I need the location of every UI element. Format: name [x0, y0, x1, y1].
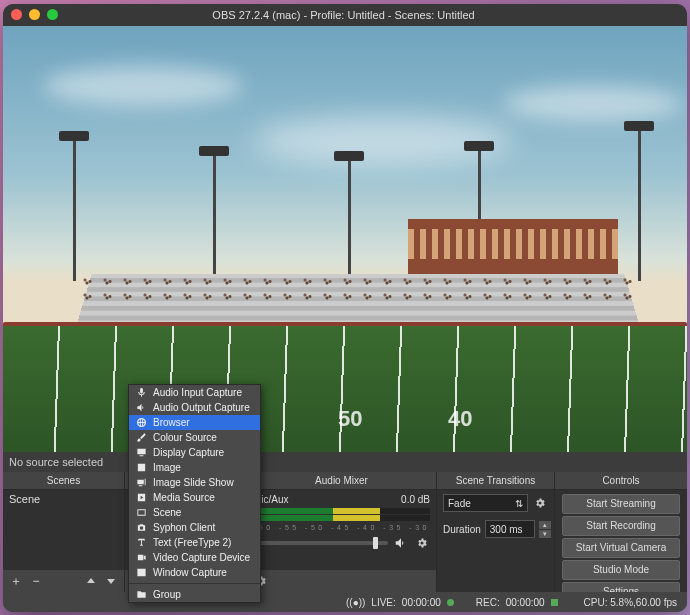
menu-item-group[interactable]: Group — [129, 587, 260, 602]
transition-select[interactable]: Fade ⇅ — [443, 494, 528, 512]
menu-item-label: Scene — [153, 507, 181, 518]
camera-icon — [135, 522, 147, 534]
menu-item-label: Video Capture Device — [153, 552, 250, 563]
menu-item-label: Media Source — [153, 492, 215, 503]
monitor-icon — [135, 447, 147, 459]
brush-icon — [135, 432, 147, 444]
menu-item-label: Group — [153, 589, 181, 600]
no-source-selected-label: No source selected — [3, 452, 687, 472]
obs-window: OBS 27.2.4 (mac) - Profile: Untitled - S… — [3, 4, 687, 612]
yard-number: 40 — [448, 406, 472, 432]
mixer-channel: Mic/Aux 0.0 dB -60 -55 -50 -45 -40 -35 -… — [247, 490, 436, 555]
status-bar: ((●)) LIVE: 00:00:00 REC: 00:00:00 CPU: … — [3, 592, 687, 612]
scene-icon — [135, 507, 147, 519]
channel-settings-button[interactable] — [414, 535, 430, 551]
play-icon — [135, 492, 147, 504]
slides-icon — [135, 477, 147, 489]
stepper-up[interactable]: ▲ — [539, 521, 551, 529]
menu-separator — [129, 583, 260, 584]
menu-item-audio-output-capture[interactable]: Audio Output Capture — [129, 400, 260, 415]
scene-down-button[interactable] — [104, 574, 118, 588]
menu-item-syphon-client[interactable]: Syphon Client — [129, 520, 260, 535]
rec-label: REC: — [476, 597, 500, 608]
menu-item-label: Audio Input Capture — [153, 387, 242, 398]
image-icon — [135, 462, 147, 474]
menu-item-label: Window Capture — [153, 567, 227, 578]
start-virtual-camera-button[interactable]: Start Virtual Camera — [562, 538, 680, 558]
add-source-menu: Audio Input CaptureAudio Output CaptureB… — [128, 384, 261, 603]
menu-item-media-source[interactable]: Media Source — [129, 490, 260, 505]
speaker-icon[interactable] — [394, 536, 408, 550]
menu-item-video-capture-device[interactable]: Video Capture Device — [129, 550, 260, 565]
dock-panels: Scenes Scene ＋ − Sources ＋ − — [3, 472, 687, 592]
cpu-fps: CPU: 5.8%,60.00 fps — [584, 597, 677, 608]
window-icon — [135, 567, 147, 579]
duration-label: Duration — [443, 524, 481, 535]
audio-mixer-header: Audio Mixer — [247, 472, 436, 490]
menu-item-label: Syphon Client — [153, 522, 215, 533]
live-time: 00:00:00 — [402, 597, 441, 608]
mixer-channel-db: 0.0 dB — [401, 494, 430, 505]
menu-item-browser[interactable]: Browser — [129, 415, 260, 430]
settings-button[interactable]: Settings — [562, 582, 680, 592]
menu-item-window-capture[interactable]: Window Capture — [129, 565, 260, 580]
menu-item-label: Colour Source — [153, 432, 217, 443]
menu-item-label: Image Slide Show — [153, 477, 234, 488]
video-icon — [135, 552, 147, 564]
scene-up-button[interactable] — [84, 574, 98, 588]
speaker-icon — [135, 402, 147, 414]
audio-mixer-panel: Audio Mixer Mic/Aux 0.0 dB -60 -55 -50 -… — [247, 472, 437, 592]
menu-item-scene[interactable]: Scene — [129, 505, 260, 520]
text-icon — [135, 537, 147, 549]
scene-remove-button[interactable]: − — [29, 574, 43, 588]
menu-item-image-slide-show[interactable]: Image Slide Show — [129, 475, 260, 490]
scene-list-item[interactable]: Scene — [3, 490, 124, 508]
window-title: OBS 27.2.4 (mac) - Profile: Untitled - S… — [8, 9, 679, 21]
menu-item-label: Browser — [153, 417, 190, 428]
live-label: LIVE: — [371, 597, 395, 608]
studio-mode-button[interactable]: Studio Mode — [562, 560, 680, 580]
rec-time: 00:00:00 — [506, 597, 545, 608]
volume-meter — [253, 508, 430, 514]
scene-transitions-panel: Scene Transitions Fade ⇅ Duration ▲ ▼ — [437, 472, 555, 592]
yard-number: 50 — [338, 406, 362, 432]
broadcast-icon: ((●)) — [346, 597, 365, 608]
scene-transitions-header: Scene Transitions — [437, 472, 554, 490]
transition-settings-button[interactable] — [532, 495, 548, 511]
menu-item-label: Display Capture — [153, 447, 224, 458]
preview-area[interactable]: 40 50 40 — [3, 26, 687, 452]
folder-icon — [135, 589, 147, 601]
globe-icon — [135, 417, 147, 429]
live-indicator-icon — [447, 599, 454, 606]
start-recording-button[interactable]: Start Recording — [562, 516, 680, 536]
start-streaming-button[interactable]: Start Streaming — [562, 494, 680, 514]
stepper-down[interactable]: ▼ — [539, 530, 551, 538]
rec-indicator-icon — [551, 599, 558, 606]
menu-item-colour-source[interactable]: Colour Source — [129, 430, 260, 445]
controls-header: Controls — [555, 472, 687, 490]
volume-slider[interactable] — [253, 541, 388, 545]
scenes-panel: Scenes Scene ＋ − — [3, 472, 125, 592]
scene-add-button[interactable]: ＋ — [9, 574, 23, 588]
volume-meter — [253, 515, 430, 521]
duration-stepper[interactable]: ▲ ▼ — [539, 521, 551, 538]
menu-item-text-freetype-2-[interactable]: Text (FreeType 2) — [129, 535, 260, 550]
menu-item-display-capture[interactable]: Display Capture — [129, 445, 260, 460]
meter-ticks: -60 -55 -50 -45 -40 -35 -30 -25 -20 -15 — [253, 524, 430, 531]
controls-panel: Controls Start StreamingStart RecordingS… — [555, 472, 687, 592]
menu-item-label: Audio Output Capture — [153, 402, 250, 413]
menu-item-image[interactable]: Image — [129, 460, 260, 475]
chevron-updown-icon: ⇅ — [515, 498, 523, 509]
menu-item-audio-input-capture[interactable]: Audio Input Capture — [129, 385, 260, 400]
transition-select-value: Fade — [448, 498, 471, 509]
titlebar: OBS 27.2.4 (mac) - Profile: Untitled - S… — [3, 4, 687, 26]
menu-item-label: Text (FreeType 2) — [153, 537, 231, 548]
mic-icon — [135, 387, 147, 399]
scenes-header: Scenes — [3, 472, 124, 490]
menu-item-label: Image — [153, 462, 181, 473]
duration-input[interactable] — [485, 520, 535, 538]
